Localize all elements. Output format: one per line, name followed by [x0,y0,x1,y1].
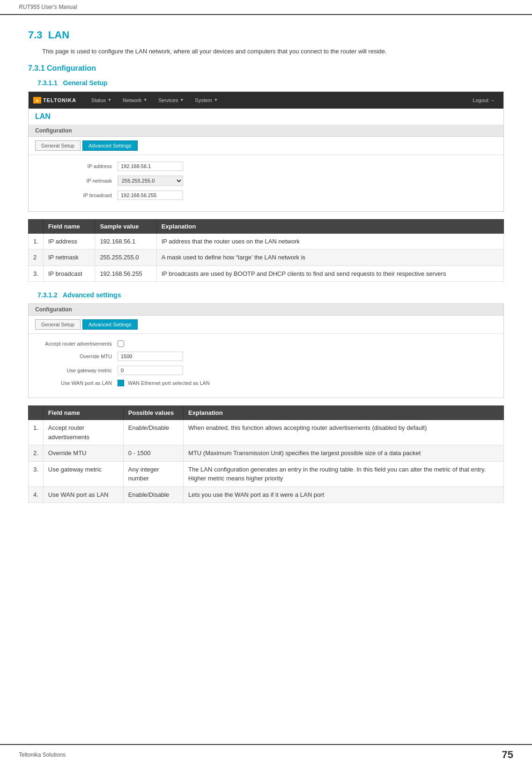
form-label-ip-broadcast: IP broadcast [43,192,118,198]
router-page-title: LAN [29,109,503,125]
row-num: 1. [29,420,44,445]
row-field-name: Use gateway metric [43,461,123,487]
router-tabs-general: General Setup Advanced Settings [29,137,503,155]
col-possible-values: Possible values [123,406,183,420]
table-general-body: 1. IP address 192.168.56.1 IP address th… [29,233,504,282]
nav-status[interactable]: Status ▼ [86,92,117,109]
manual-title: RUT955 User's Manual [19,4,77,10]
page-footer: Teltonika Solutions 75 [0,744,532,765]
tab-general-setup-2[interactable]: General Setup [35,319,81,330]
logo-icon: ▲ [33,97,41,103]
table-advanced-settings: Field name Possible values Explanation 1… [28,405,504,503]
row-num: 2 [29,250,44,266]
router-section-bar: Configuration [29,125,503,137]
section-heading: 7.3 LAN [28,29,504,41]
page-header: RUT955 User's Manual [0,0,532,15]
row-possible-values: Any integer number [123,461,183,487]
row-num: 3. [29,265,44,282]
form-label-gateway-metric: Use gateway metric [43,368,118,373]
section-description: This page is used to configure the LAN n… [28,47,504,57]
wan-checkbox-checked [118,380,124,386]
row-sample-value: 192.168.56.255 [95,265,156,282]
row-field-name: Use WAN port as LAN [43,487,123,503]
row-num: 4. [29,487,44,503]
row-field-name: Accept router advertisements [43,420,123,445]
router-ui-advanced: Configuration General Setup Advanced Set… [28,303,504,398]
main-content: 7.3 LAN This page is used to configure t… [0,15,532,550]
form-label-wan-port: Use WAN port as LAN [43,380,118,386]
table-row: 2 IP netmask 255.255.255.0 A mask used t… [29,250,504,266]
logo-text: TELTONIKA [43,97,76,103]
form-row-gateway-metric: Use gateway metric [43,366,489,375]
col-explanation-adv: Explanation [184,406,504,420]
subsection-heading-configuration: 7.3.1 Configuration [28,64,504,73]
form-input-gateway-metric[interactable] [118,366,183,375]
table-advanced-header: Field name Possible values Explanation [29,406,504,420]
router-navbar: ▲ TELTONIKA Status ▼ Network ▼ Services … [29,92,503,109]
form-select-ip-netmask[interactable]: 255.255.255.0 [118,176,183,186]
form-checkbox-accept-router-adv[interactable] [118,340,124,347]
row-explanation: Lets you use the WAN port as if it were … [184,487,504,503]
tab-advanced-settings-2[interactable]: Advanced Settings [82,319,138,330]
page-number: 75 [502,749,513,761]
nav-services[interactable]: Services ▼ [153,92,189,109]
form-row-override-mtu: Override MTU [43,352,489,361]
row-field-name: IP address [43,233,95,250]
row-explanation: When enabled, this function allows accep… [184,420,504,445]
form-label-override-mtu: Override MTU [43,354,118,359]
row-explanation: IP broadcasts are used by BOOTP and DHCP… [156,265,503,282]
form-row-wan-port: Use WAN port as LAN WAN Ethernet port se… [43,380,489,386]
table-row: 1. Accept router advertisements Enable/D… [29,420,504,445]
nav-system[interactable]: System ▼ [189,92,223,109]
router-tabs-advanced: General Setup Advanced Settings [29,316,503,334]
router-ui-general: ▲ TELTONIKA Status ▼ Network ▼ Services … [28,91,504,212]
router-logo: ▲ TELTONIKA [33,97,76,103]
nav-arrow-status: ▼ [108,98,111,102]
table-advanced-body: 1. Accept router advertisements Enable/D… [29,420,504,503]
form-row-ip-address: IP address [43,162,489,171]
row-sample-value: 192.168.56.1 [95,233,156,250]
row-sample-value: 255.255.255.0 [95,250,156,266]
row-num: 2. [29,445,44,462]
form-label-accept-router-adv: Accept router advertisements [43,341,118,346]
tab-advanced-settings[interactable]: Advanced Settings [82,140,138,151]
form-input-ip-address[interactable] [118,162,183,171]
form-label-ip-address: IP address [43,163,118,169]
row-explanation: IP address that the router uses on the L… [156,233,503,250]
tab-general-setup[interactable]: General Setup [35,140,81,151]
table-row: 2. Override MTU 0 - 1500 MTU (Maximum Tr… [29,445,504,462]
nav-arrow-system: ▼ [214,98,218,102]
form-input-override-mtu[interactable] [118,352,183,361]
row-field-name: IP broadcast [43,265,95,282]
row-possible-values: Enable/Disable [123,487,183,503]
col-explanation: Explanation [156,219,503,233]
row-possible-values: Enable/Disable [123,420,183,445]
table-general-setup: Field name Sample value Explanation 1. I… [28,219,504,282]
nav-network[interactable]: Network ▼ [117,92,153,109]
col-num [29,219,44,233]
router-form-general: IP address IP netmask 255.255.255.0 IP b… [29,155,503,211]
subsubsection-heading-general: 7.3.1.1 General Setup [28,79,504,87]
table-row: 3. Use gateway metric Any integer number… [29,461,504,487]
nav-arrow-services: ▼ [180,98,184,102]
col-field-name: Field name [43,219,95,233]
row-explanation: MTU (Maximum Transmission Unit) specifie… [184,445,504,462]
row-num: 1. [29,233,44,250]
row-explanation: The LAN configuration generates an entry… [184,461,504,487]
router-section-bar-advanced: Configuration [29,304,503,316]
subsubsection-heading-advanced: 7.3.1.2 Advanced settings [28,291,504,299]
form-label-ip-netmask: IP netmask [43,178,118,184]
col-num-adv [29,406,44,420]
router-form-advanced: Accept router advertisements Override MT… [29,334,503,398]
row-field-name: IP netmask [43,250,95,266]
col-sample-value: Sample value [95,219,156,233]
col-field-name-adv: Field name [43,406,123,420]
nav-arrow-network: ▼ [143,98,147,102]
form-row-ip-netmask: IP netmask 255.255.255.0 [43,176,489,186]
row-field-name: Override MTU [43,445,123,462]
row-possible-values: 0 - 1500 [123,445,183,462]
form-input-ip-broadcast[interactable] [118,191,183,200]
footer-company: Teltonika Solutions [19,752,66,758]
nav-logout[interactable]: Logout → [473,97,499,103]
form-row-accept-router-adv: Accept router advertisements [43,340,489,347]
